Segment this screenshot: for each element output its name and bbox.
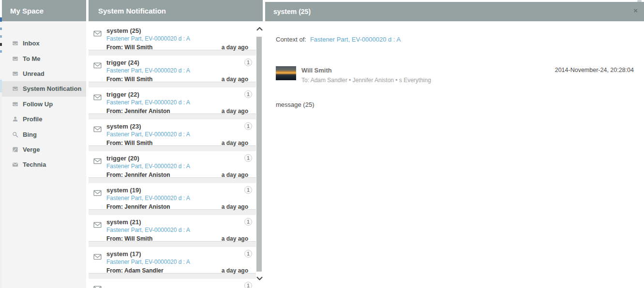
message-context-link[interactable]: Fastener Part, EV-0000020 d : A bbox=[106, 36, 252, 42]
inbox-icon bbox=[12, 70, 18, 77]
sidebar-item-follow-up[interactable]: Follow Up bbox=[2, 97, 86, 112]
message-from: From: Jennifer Aniston bbox=[106, 172, 170, 178]
sidebar-item-label: Follow Up bbox=[23, 101, 53, 108]
message-list-title: System Notification bbox=[98, 7, 166, 15]
envelope-icon bbox=[93, 285, 102, 288]
scroll-up-icon[interactable] bbox=[256, 27, 263, 34]
sidebar-item-bing[interactable]: Bing bbox=[2, 127, 86, 142]
sidebar-item-label: System Notification bbox=[23, 85, 81, 92]
sidebar-nav: Inbox To Me Unread System Notification F… bbox=[2, 21, 86, 173]
message-list-item[interactable]: trigger (20) Fastener Part, EV-0000020 d… bbox=[89, 151, 256, 178]
detail-title: system (25) bbox=[273, 8, 311, 15]
message-list-item[interactable]: trigger (24) Fastener Part, EV-0000020 d… bbox=[89, 56, 256, 82]
sender-name: Will Smith bbox=[301, 67, 431, 74]
message-from: From: Will Smith bbox=[106, 140, 152, 146]
message-title: system (23) bbox=[106, 123, 252, 130]
sidebar-item-to-me[interactable]: To Me bbox=[2, 51, 86, 66]
scroll-down-icon[interactable] bbox=[256, 276, 263, 283]
detail-header: system (25) × bbox=[265, 2, 644, 21]
close-icon[interactable]: × bbox=[633, 7, 638, 14]
unread-count-badge: 1 bbox=[244, 122, 252, 130]
context-of-link[interactable]: Fastener Part, EV-0000020 d : A bbox=[310, 36, 401, 43]
envelope-icon bbox=[93, 158, 102, 166]
envelope-icon bbox=[93, 94, 102, 102]
edit-icon bbox=[12, 146, 18, 153]
message-list-item[interactable]: system (23) Fastener Part, EV-0000020 d … bbox=[89, 119, 256, 146]
envelope-icon bbox=[93, 30, 102, 39]
message-context-link[interactable]: Fastener Part, EV-0000020 d : A bbox=[106, 163, 252, 170]
message-context-link[interactable]: Fastener Part, EV-0000020 d : A bbox=[106, 131, 252, 138]
message-time: a day ago bbox=[222, 76, 248, 83]
recipients-line: To: Adam Sandler • Jennifer Aniston • s … bbox=[301, 77, 431, 84]
message-time: a day ago bbox=[222, 140, 248, 146]
message-title: trigger (20) bbox=[106, 155, 252, 162]
sidebar-item-verge[interactable]: Verge bbox=[2, 142, 86, 157]
message-time: a day ago bbox=[222, 267, 248, 274]
message-list-item[interactable]: trigger (22) Fastener Part, EV-0000020 d… bbox=[89, 87, 256, 114]
message-from: From: Will Smith bbox=[106, 44, 152, 51]
corner-tab bbox=[637, 0, 642, 2]
message-list-item[interactable]: system (19) Fastener Part, EV-0000020 d … bbox=[89, 183, 256, 210]
sidebar-item-technia[interactable]: Technia bbox=[2, 157, 86, 172]
message-title: system (17) bbox=[106, 251, 252, 258]
unread-count-badge: 1 bbox=[244, 90, 252, 98]
sidebar-item-label: Profile bbox=[23, 115, 42, 123]
message-context-link[interactable]: Fastener Part, EV-0000020 d : A bbox=[106, 227, 252, 233]
sidebar-item-unread[interactable]: Unread bbox=[2, 66, 86, 81]
message-title: system (25) bbox=[106, 28, 252, 34]
sidebar-item-inbox[interactable]: Inbox bbox=[2, 36, 86, 51]
message-list: system (25) Fastener Part, EV-0000020 d … bbox=[89, 21, 256, 288]
envelope-icon bbox=[93, 253, 102, 262]
message-time: a day ago bbox=[222, 44, 248, 51]
unread-count-badge: 1 bbox=[244, 154, 252, 162]
message-detail-panel: system (25) × Context of:Fastener Part, … bbox=[265, 0, 644, 288]
message-time: a day ago bbox=[222, 108, 248, 115]
inbox-icon bbox=[12, 55, 18, 62]
message-from: From: Adam Sandler bbox=[106, 267, 164, 274]
sidebar-item-label: Bing bbox=[23, 131, 37, 138]
message-list-item[interactable]: 1 bbox=[89, 279, 256, 288]
inbox-icon bbox=[12, 101, 18, 107]
message-title: system (21) bbox=[106, 219, 252, 226]
unread-count-badge: 1 bbox=[244, 282, 252, 288]
message-title: trigger (22) bbox=[106, 91, 252, 98]
sidebar-item-system-notification[interactable]: System Notification bbox=[2, 81, 86, 96]
message-from: From: Jennifer Aniston bbox=[106, 108, 170, 115]
inbox-icon bbox=[12, 40, 18, 47]
unread-count-badge: 1 bbox=[244, 186, 252, 194]
message-title: system (19) bbox=[106, 187, 252, 194]
message-list-item[interactable]: system (21) Fastener Part, EV-0000020 d … bbox=[89, 215, 256, 242]
sidebar-title: My Space bbox=[10, 7, 44, 15]
envelope-icon bbox=[93, 221, 102, 230]
sidebar-item-label: Unread bbox=[23, 70, 45, 77]
message-context-link[interactable]: Fastener Part, EV-0000020 d : A bbox=[106, 259, 252, 265]
sender-avatar bbox=[276, 66, 296, 80]
message-time: a day ago bbox=[222, 172, 248, 178]
message-list-header: System Notification bbox=[89, 0, 263, 21]
search-icon bbox=[12, 131, 18, 138]
message-list-item[interactable]: system (25) Fastener Part, EV-0000020 d … bbox=[89, 24, 256, 50]
sidebar-item-label: Verge bbox=[23, 146, 40, 153]
message-list-item[interactable]: system (17) Fastener Part, EV-0000020 d … bbox=[89, 247, 256, 274]
user-icon bbox=[12, 116, 18, 123]
message-context-link[interactable]: Fastener Part, EV-0000020 d : A bbox=[106, 195, 252, 202]
unread-count-badge: 1 bbox=[244, 218, 252, 226]
mail-icon bbox=[12, 161, 18, 168]
inbox-icon bbox=[12, 86, 18, 92]
message-timestamp: 2014-November-24, 20:28:04 bbox=[555, 67, 634, 73]
message-body: message (25) bbox=[276, 101, 644, 108]
message-context-link[interactable]: Fastener Part, EV-0000020 d : A bbox=[106, 100, 252, 106]
message-context-link[interactable]: Fastener Part, EV-0000020 d : A bbox=[106, 68, 252, 74]
sidebar-item-label: Inbox bbox=[23, 40, 40, 47]
unread-count-badge: 1 bbox=[244, 250, 252, 258]
envelope-icon bbox=[93, 189, 102, 198]
message-from: From: Will Smith bbox=[106, 235, 152, 242]
sidebar-item-profile[interactable]: Profile bbox=[2, 112, 86, 127]
envelope-icon bbox=[93, 62, 102, 71]
scrollbar-thumb[interactable] bbox=[256, 37, 262, 272]
context-of-label: Context of: bbox=[276, 36, 306, 43]
message-from: From: Will Smith bbox=[106, 76, 152, 83]
message-list-panel: System Notification system (25) Fastener… bbox=[89, 0, 263, 288]
unread-count-badge: 1 bbox=[244, 58, 252, 66]
list-scrollbar[interactable] bbox=[256, 21, 263, 288]
